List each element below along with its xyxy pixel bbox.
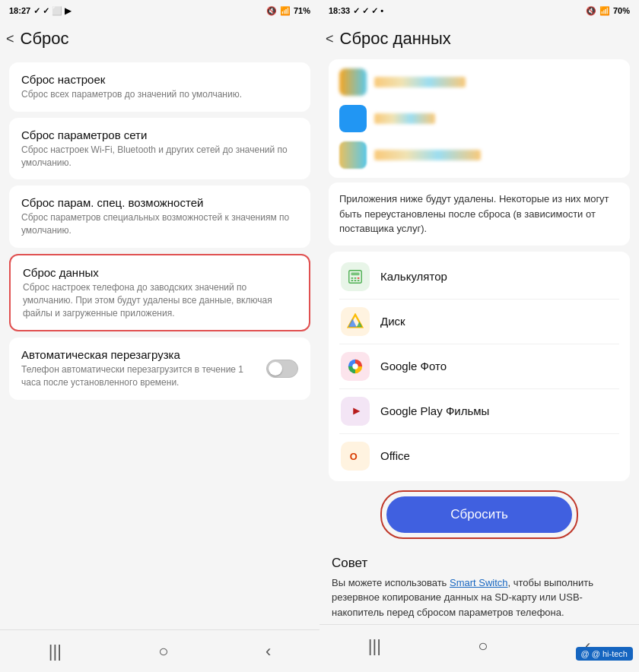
- auto-restart-text: Автоматическая перезагрузка Телефон авто…: [21, 348, 266, 389]
- menu-item-reset-settings-desc: Сброс всех параметров до значений по умо…: [21, 88, 298, 101]
- tip-section: Совет Вы можете использовать Smart Switc…: [320, 548, 639, 625]
- right-header: < Сброс данных: [320, 21, 639, 56]
- left-status-time: 18:27 ✓ ✓ ⬜ ▶: [9, 6, 71, 16]
- blurred-row-2: [329, 100, 630, 137]
- svg-text:O: O: [350, 450, 358, 461]
- calculator-icon: [341, 262, 370, 291]
- nav-recents-icon[interactable]: |||: [49, 642, 62, 661]
- blurred-name-2: [374, 113, 435, 124]
- auto-restart-item[interactable]: Автоматическая перезагрузка Телефон авто…: [9, 338, 310, 400]
- smart-switch-link[interactable]: Smart Switch: [450, 577, 508, 588]
- svg-marker-9: [348, 319, 357, 327]
- drive-icon: [341, 307, 370, 336]
- left-status-bar: 18:27 ✓ ✓ ⬜ ▶ 🔇 📶 71%: [0, 0, 320, 21]
- nav-back-icon[interactable]: ‹: [265, 642, 271, 661]
- app-name-calculator: Калькулятор: [380, 270, 447, 283]
- left-back-button[interactable]: <: [6, 31, 14, 47]
- menu-item-factory-reset[interactable]: Сброс данных Сброс настроек телефона до …: [9, 254, 310, 331]
- app-name-office: Office: [380, 449, 410, 462]
- right-nav-bar: ||| ○ ‹ @ @ hi-tech: [320, 624, 639, 667]
- menu-item-reset-network-desc: Сброс настроек Wi-Fi, Bluetooth и других…: [21, 144, 298, 170]
- svg-rect-5: [351, 280, 354, 281]
- tip-title: Совет: [332, 556, 627, 571]
- left-header: < Сброс: [0, 21, 320, 56]
- blurred-row-1: [329, 64, 630, 100]
- menu-item-factory-reset-desc: Сброс настроек телефона до заводских зна…: [23, 281, 297, 319]
- auto-restart-desc: Телефон автоматически перезагрузится в т…: [21, 363, 259, 389]
- menu-item-reset-settings-title: Сброс настроек: [21, 73, 298, 86]
- left-menu-list: Сброс настроек Сброс всех параметров до …: [0, 56, 320, 629]
- right-back-button[interactable]: <: [326, 31, 334, 47]
- blurred-icon-1: [339, 68, 367, 96]
- right-status-time: 18:33 ✓ ✓ ✓ •: [329, 6, 383, 16]
- left-page-title: Сброс: [21, 29, 69, 49]
- tip-text: Вы можете использовать Smart Switch, что…: [332, 575, 627, 620]
- blurred-row-3: [329, 137, 630, 173]
- app-item-photos: Google Фото: [329, 344, 630, 388]
- app-item-calculator: Калькулятор: [329, 255, 630, 299]
- office-icon: O: [341, 442, 370, 471]
- menu-item-reset-settings[interactable]: Сброс настроек Сброс всех параметров до …: [9, 62, 310, 112]
- info-text: Приложения ниже будут удалены. Некоторые…: [329, 182, 630, 246]
- left-status-icons: 🔇 📶 71%: [266, 6, 310, 16]
- blurred-name-3: [374, 150, 481, 160]
- blurred-apps-card: [329, 59, 630, 178]
- menu-item-reset-network-title: Сброс параметров сети: [21, 128, 298, 141]
- svg-rect-3: [354, 277, 357, 278]
- svg-rect-7: [358, 280, 360, 281]
- auto-restart-title: Автоматическая перезагрузка: [21, 348, 259, 361]
- app-name-drive: Диск: [380, 315, 405, 328]
- blurred-icon-telegram: [339, 105, 367, 132]
- app-item-drive: Диск: [329, 300, 630, 344]
- menu-item-reset-network[interactable]: Сброс параметров сети Сброс настроек Wi-…: [9, 118, 310, 180]
- left-panel: 18:27 ✓ ✓ ⬜ ▶ 🔇 📶 71% < Сброс Сброс наст…: [0, 0, 320, 672]
- menu-item-reset-accessibility-title: Сброс парам. спец. возможностей: [21, 196, 298, 209]
- nav-home-icon[interactable]: ○: [158, 642, 168, 661]
- right-page-title: Сброс данных: [340, 29, 451, 49]
- menu-item-reset-accessibility-desc: Сброс параметров специальных возможносте…: [21, 211, 298, 237]
- apps-list-card: Калькулятор Диск Google Фото: [329, 252, 630, 481]
- right-panel: 18:33 ✓ ✓ ✓ • 🔇 📶 70% < Сброс данных При…: [320, 0, 639, 672]
- left-nav-bar: ||| ○ ‹: [0, 629, 320, 672]
- app-name-photos: Google Фото: [380, 360, 447, 372]
- blurred-icon-3: [339, 141, 367, 169]
- reset-button-container: Сбросить: [380, 490, 578, 539]
- svg-rect-6: [354, 280, 357, 281]
- svg-point-11: [352, 363, 358, 369]
- menu-item-reset-accessibility[interactable]: Сброс парам. спец. возможностей Сброс па…: [9, 185, 310, 248]
- reset-button[interactable]: Сбросить: [386, 496, 572, 533]
- app-name-play-movies: Google Play Фильмы: [380, 404, 489, 417]
- right-nav-recents-icon[interactable]: |||: [368, 636, 381, 656]
- app-item-office: O Office: [329, 434, 630, 478]
- svg-rect-4: [358, 277, 360, 278]
- photos-icon: [341, 352, 370, 381]
- auto-restart-toggle[interactable]: [266, 360, 298, 378]
- app-item-play-movies: Google Play Фильмы: [329, 389, 630, 433]
- right-status-icons: 🔇 📶 70%: [586, 6, 630, 16]
- right-nav-home-icon[interactable]: ○: [478, 636, 488, 656]
- play-movies-icon: [341, 397, 370, 426]
- watermark: @ @ hi-tech: [576, 647, 633, 661]
- svg-rect-1: [351, 272, 360, 275]
- blurred-name-1: [374, 77, 466, 87]
- right-status-bar: 18:33 ✓ ✓ ✓ • 🔇 📶 70%: [320, 0, 639, 21]
- reset-button-area: Сбросить: [320, 481, 639, 548]
- menu-item-factory-reset-title: Сброс данных: [23, 266, 297, 279]
- svg-rect-2: [351, 277, 354, 278]
